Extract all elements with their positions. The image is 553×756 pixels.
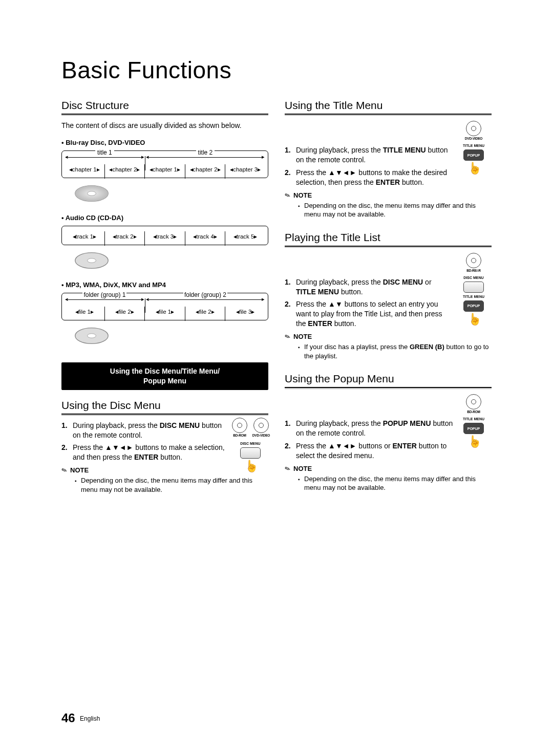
- chapter-label: chapter 1: [145, 166, 184, 173]
- note-item: If your disc has a playlist, press the G…: [298, 342, 492, 360]
- list-item: 2. Press the ▲▼ buttons to select an ent…: [285, 299, 453, 329]
- list-item: 1. During playback, press the TITLE MENU…: [285, 145, 453, 165]
- page-number: 46: [61, 711, 75, 725]
- list-item: 2. Press the ▲▼◄► buttons to make the de…: [285, 168, 453, 187]
- separator: [185, 164, 185, 179]
- left-column: Disc Structure The content of discs are …: [61, 99, 268, 496]
- separator: [225, 164, 225, 179]
- hand-icon: [466, 315, 481, 330]
- disc-menu-heading: Using the Disc Menu: [61, 399, 268, 412]
- disc-icon: [74, 248, 110, 273]
- title-menu-label: TITLE MENU: [463, 417, 484, 421]
- disc-structure-intro: The content of discs are usually divided…: [61, 121, 268, 131]
- disc-menu-label: DISC MENU: [463, 276, 483, 279]
- chapter-label: chapter 3: [226, 166, 265, 173]
- page-footer: 46 English: [61, 711, 100, 725]
- divider: [285, 246, 492, 248]
- title-menu-label: TITLE MENU: [463, 144, 484, 147]
- title-menu-label: TITLE MENU: [463, 295, 484, 298]
- list-item: 2. Press the ▲▼◄► buttons or ENTER butto…: [285, 441, 453, 461]
- disc-icon: [74, 181, 110, 206]
- mp-heading: MP3, WMA, DivX, MKV and MP4: [61, 281, 268, 289]
- file-label: file 2: [186, 308, 225, 315]
- separator: [144, 307, 145, 321]
- bd-re-r-badge: BD-RE/-R: [464, 253, 483, 272]
- mp-diagram: ◂▸folder (group) 1 ◂▸folder (group) 2 fi…: [61, 293, 268, 320]
- page-title: Basic Functions: [61, 56, 492, 84]
- hand-icon: [466, 437, 481, 452]
- divider: [61, 114, 268, 116]
- remote-disc-menu-button: [463, 282, 484, 293]
- separator: [144, 164, 145, 179]
- separator: [185, 307, 185, 321]
- note-item: Depending on the disc, the menu items ma…: [75, 476, 268, 494]
- divider: [61, 414, 268, 416]
- title-label: title 2: [196, 149, 215, 156]
- separator: [104, 231, 105, 246]
- note-item: Depending on the disc, the menu items ma…: [298, 201, 492, 219]
- track-label: track 3: [145, 233, 184, 240]
- list-item: 1. During playback, press the DISC MENU …: [61, 421, 230, 440]
- separator: [225, 307, 225, 321]
- svg-point-4: [88, 258, 96, 263]
- divider: [285, 387, 492, 389]
- separator: [104, 164, 105, 179]
- disc-menu-label: DISC MENU: [240, 442, 260, 445]
- remote-disc-menu-button: [240, 447, 261, 459]
- file-label: file 2: [105, 308, 144, 315]
- bd-dvd-diagram: ◂▸title 1 ◂▸title 2 chapter 1 chapter 2 …: [61, 150, 268, 178]
- separator: [104, 307, 105, 321]
- track-label: track 4: [186, 233, 225, 240]
- track-label: track 2: [105, 233, 144, 240]
- disc-icon: [74, 323, 110, 348]
- note-heading: NOTE: [285, 191, 492, 199]
- separator: [144, 231, 145, 246]
- track-label: track 1: [65, 233, 104, 240]
- title-label: title 1: [95, 149, 114, 156]
- title-list-heading: Playing the Title List: [285, 231, 492, 244]
- file-label: file 3: [226, 308, 265, 315]
- list-item: 1. During playback, press the DISC MENU …: [285, 277, 453, 297]
- hand-icon: [466, 164, 481, 179]
- right-column: Using the Title Menu DVD-VIDEO TITLE MEN…: [285, 99, 492, 496]
- cd-heading: Audio CD (CD-DA): [61, 214, 268, 222]
- list-item: 2. Press the ▲▼◄► buttons to make a sele…: [61, 443, 230, 462]
- section-bar: Using the Disc Menu/Title Menu/ Popup Me…: [61, 362, 268, 390]
- svg-point-2: [88, 191, 96, 196]
- folder-label: folder (group) 1: [82, 291, 126, 298]
- bd-rom-badge: BD-ROM: [230, 418, 249, 437]
- chapter-label: chapter 2: [186, 166, 225, 173]
- file-label: file 1: [145, 308, 184, 315]
- folder-label: folder (group) 2: [183, 291, 227, 298]
- separator: [225, 231, 225, 246]
- bd-dvd-heading: Blu-ray Disc, DVD-VIDEO: [61, 139, 268, 146]
- dvd-video-badge: DVD-VIDEO: [464, 121, 483, 140]
- bd-rom-badge: BD-ROM: [464, 394, 483, 414]
- note-heading: NOTE: [285, 465, 492, 472]
- divider: [285, 114, 492, 116]
- note-heading: NOTE: [285, 333, 492, 340]
- popup-menu-heading: Using the Popup Menu: [285, 373, 492, 385]
- note-item: Depending on the disc, the menu items ma…: [298, 474, 492, 492]
- list-item: 1. During playback, press the POPUP MENU…: [285, 419, 453, 438]
- cd-diagram: track 1 track 2 track 3 track 4 track 5: [61, 226, 268, 245]
- svg-point-6: [88, 334, 96, 338]
- file-label: file 1: [65, 308, 104, 315]
- track-label: track 5: [226, 233, 265, 240]
- disc-structure-heading: Disc Structure: [61, 99, 268, 112]
- page-language: English: [80, 715, 100, 722]
- separator: [185, 231, 185, 246]
- dvd-video-badge: DVD-VIDEO: [252, 418, 270, 437]
- remote-popup-button: POPUP: [463, 423, 484, 434]
- remote-popup-button: POPUP: [463, 149, 484, 161]
- chapter-label: chapter 1: [65, 166, 104, 173]
- remote-popup-button: POPUP: [463, 300, 484, 312]
- hand-icon: [243, 462, 258, 477]
- title-menu-heading: Using the Title Menu: [285, 99, 492, 112]
- chapter-label: chapter 2: [105, 166, 144, 173]
